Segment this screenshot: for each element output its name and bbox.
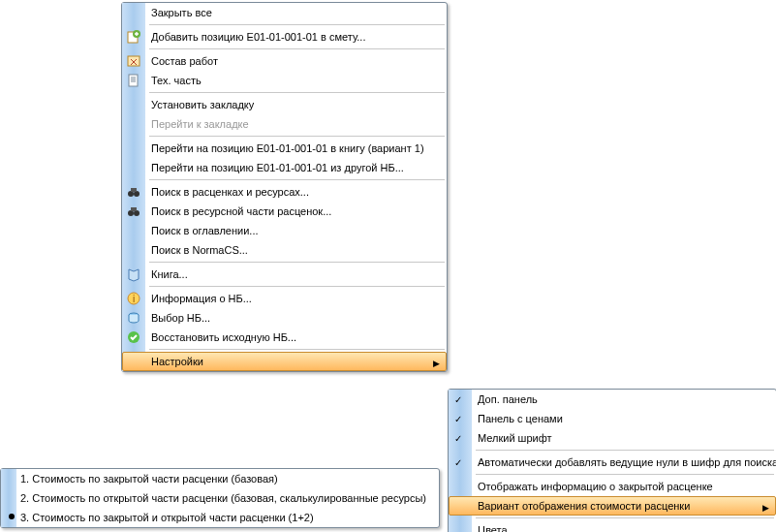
menu-label: 3. Стоимость по закрытой и открытой част…: [20, 512, 314, 523]
context-menu-cost-variant: 1. Стоимость по закрытой части расценки …: [0, 468, 440, 528]
context-menu-main: Закрыть все Добавить позицию E01-01-001-…: [121, 2, 448, 372]
radio-selected-icon: [9, 514, 15, 519]
submenu-show-closed[interactable]: Отображать информацию о закрытой расценк…: [449, 477, 776, 496]
menu-label: Поиск в ресурсной части расценок...: [151, 205, 331, 217]
menu-label: Добавить позицию E01-01-001-01 в смету..…: [151, 31, 365, 43]
binoculars-icon: [126, 203, 141, 219]
svg-rect-3: [129, 75, 138, 86]
menu-label: Перейти на позицию E01-01-001-01 из друг…: [151, 162, 404, 173]
variant-2[interactable]: 2. Стоимость по открытой части расценки …: [1, 488, 439, 508]
menu-search-normacs[interactable]: Поиск в NormaCS...: [122, 240, 447, 260]
menu-label: Восстановить исходную НБ...: [151, 331, 296, 343]
menu-label: 1. Стоимость по закрытой части расценки …: [20, 473, 278, 485]
menu-book[interactable]: Книга...: [122, 265, 447, 284]
check-icon: ✓: [454, 413, 462, 426]
menu-label: Автоматически добавлять ведущие нули в ш…: [478, 456, 776, 468]
submenu-extra-panel[interactable]: ✓Доп. панель: [449, 390, 776, 409]
menu-go-bookmark: Перейти к закладке: [122, 114, 447, 134]
add-sheet-icon: [126, 29, 141, 45]
menu-restore-db[interactable]: Восстановить исходную НБ...: [122, 328, 447, 347]
submenu-arrow-icon: ▶: [433, 357, 440, 370]
svg-rect-2: [128, 56, 140, 66]
menu-choose-db[interactable]: Выбор НБ...: [122, 308, 447, 328]
menu-label: Панель с ценами: [478, 413, 563, 424]
svg-rect-6: [131, 188, 137, 192]
menu-composition[interactable]: Состав работ: [122, 51, 447, 71]
menu-go-position-book[interactable]: Перейти на позицию E01-01-001-01 в книгу…: [122, 139, 447, 158]
svg-text:i: i: [133, 294, 135, 304]
submenu-price-panel[interactable]: ✓Панель с ценами: [449, 409, 776, 428]
submenu-arrow-icon: ▶: [762, 501, 769, 515]
menu-search-resource-part[interactable]: Поиск в ресурсной части расценок...: [122, 202, 447, 221]
menu-label: Информация о НБ...: [151, 293, 252, 304]
menu-label: Выбор НБ...: [151, 312, 210, 324]
menu-label: Доп. панель: [478, 393, 538, 405]
menu-label: Мелкий шрифт: [478, 432, 552, 444]
separator: [149, 262, 445, 263]
check-icon: ✓: [454, 393, 462, 407]
menu-label: Тех. часть: [151, 75, 202, 86]
menu-search-resources[interactable]: Поиск в расценках и ресурсах...: [122, 182, 447, 202]
menu-set-bookmark[interactable]: Установить закладку: [122, 95, 447, 114]
separator: [149, 179, 445, 180]
separator: [149, 92, 445, 93]
menu-label: Поиск в оглавлении...: [151, 225, 259, 236]
menu-info-db[interactable]: i Информация о НБ...: [122, 289, 447, 308]
menu-settings[interactable]: Настройки ▶: [122, 352, 447, 371]
menu-add-position[interactable]: Добавить позицию E01-01-001-01 в смету..…: [122, 27, 447, 47]
binoculars-icon: [126, 184, 141, 200]
variant-3[interactable]: 3. Стоимость по закрытой и открытой част…: [1, 508, 439, 527]
svg-rect-9: [131, 207, 137, 211]
separator: [149, 286, 445, 287]
menu-label: 2. Стоимость по открытой части расценки …: [20, 492, 426, 504]
book-icon: [126, 266, 141, 282]
separator: [149, 349, 445, 350]
tools-icon: [126, 53, 141, 69]
submenu-small-font[interactable]: ✓Мелкий шрифт: [449, 428, 776, 448]
submenu-auto-zeros[interactable]: ✓Автоматически добавлять ведущие нули в …: [449, 453, 776, 472]
menu-label: Перейти на позицию E01-01-001-01 в книгу…: [151, 142, 424, 154]
menu-close-all[interactable]: Закрыть все: [122, 3, 447, 22]
check-circle-icon: [126, 329, 141, 345]
menu-label: Поиск в расценках и ресурсах...: [151, 186, 309, 198]
menu-label: Отображать информацию о закрытой расценк…: [478, 481, 713, 492]
menu-go-position-db[interactable]: Перейти на позицию E01-01-001-01 из друг…: [122, 158, 447, 177]
separator: [149, 24, 445, 25]
check-icon: ✓: [454, 456, 462, 470]
separator: [476, 450, 774, 451]
menu-search-toc[interactable]: Поиск в оглавлении...: [122, 221, 447, 240]
menu-label: Закрыть все: [151, 7, 212, 18]
menu-label: Настройки: [151, 356, 203, 367]
menu-label: Вариант отображения стоимости расценки: [478, 500, 690, 512]
menu-label: Поиск в NormaCS...: [151, 244, 248, 256]
menu-tech-part[interactable]: Тех. часть: [122, 71, 447, 90]
menu-label: Перейти к закладке: [151, 118, 249, 130]
separator: [476, 517, 774, 518]
database-icon: [126, 310, 141, 326]
variant-1[interactable]: 1. Стоимость по закрытой части расценки …: [1, 469, 439, 488]
check-icon: ✓: [454, 432, 462, 446]
menu-label: Состав работ: [151, 55, 218, 67]
separator: [149, 136, 445, 137]
menu-label: Книга...: [151, 268, 188, 280]
separator: [476, 474, 774, 475]
menu-label: Установить закладку: [151, 99, 254, 110]
separator: [149, 48, 445, 49]
submenu-cost-variant[interactable]: Вариант отображения стоимости расценки▶: [449, 496, 776, 516]
info-icon: i: [126, 291, 141, 306]
document-icon: [126, 73, 141, 88]
menu-label: Цвета...: [478, 524, 516, 532]
context-menu-settings: ✓Доп. панель ✓Панель с ценами ✓Мелкий шр…: [448, 389, 776, 532]
submenu-colors[interactable]: Цвета...: [449, 520, 776, 532]
